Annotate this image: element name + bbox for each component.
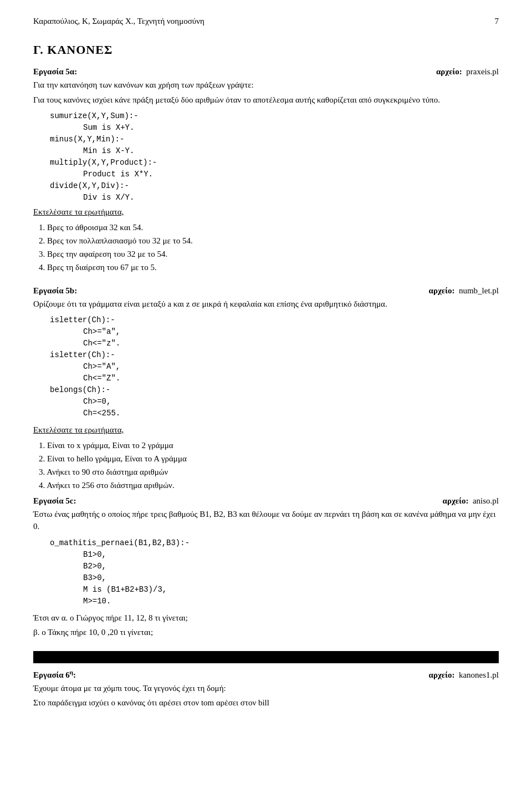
code-line-6: Product is X*Y. [83,169,499,180]
code-5b-line-2: Ch>="a", [83,326,499,338]
ergasia-6-block: Εργασία 6η: αρχείο: kanones1.pl Έχουμε ά… [33,669,499,709]
ergasia-5b-desc: Ορίζουμε ότι τα γράμματα είναι μεταξύ a … [33,298,499,311]
code-5b-line-9: Ch=<255. [83,408,499,419]
ergasia-5c-arxeio-label: αρχείο: [443,496,469,505]
ergasia-5b-block: Εργασία 5b: αρχείο: numb_let.pl Ορίζουμε… [33,286,499,492]
ergasia-6-title-suffix: : [73,670,76,679]
ergasia-5a-code: sumurize(X,Y,Sum):- Sum is X+Y. minus(X,… [50,110,499,204]
code-5c-line-5: M is (B1+B2+B3)/3, [83,584,499,596]
header-page: 7 [495,17,499,26]
code-5b-line-6: Ch<="Z". [83,373,499,384]
ergasia-5c-example-b: β. ο Τάκης πήρε 10, 0 ,20 τι γίνεται; [33,626,499,639]
ergasia-5b-questions: 1. Είναι το x γράμμα, Είναι το 2 γράμμα … [33,439,499,492]
black-bar [33,651,499,663]
ergasia-5a-q2: 2. Βρες τον πολλαπλασιασμό του 32 με το … [39,234,499,247]
ergasia-5b-arxeio-value: numb_let.pl [459,286,499,295]
ergasia-5c-title-row: Εργασία 5c: αρχείο: aniso.pl [33,496,499,506]
ergasia-5a-q3: 3. Βρες την αφαίρεση του 32 με το 54. [39,247,499,261]
code-5c-line-6: M>=10. [83,596,499,607]
ergasia-5c-code: o_mathitis_pernaei(B1,B2,B3):- B1>0, B2>… [50,537,499,607]
ergasia-5b-questions-label: Εκτελέσατε τα ερωτήματα, [33,424,499,436]
ergasia-6-title: Εργασία 6η: [33,669,76,680]
header-title: Καραπούλιος, Κ, Σωμαράς Χ., Τεχνητή νοημ… [33,17,204,26]
ergasia-5b-arxeio: αρχείο: numb_let.pl [429,286,499,296]
page: Καραπούλιος, Κ, Σωμαράς Χ., Τεχνητή νοημ… [0,0,532,803]
ergasia-6-arxeio-label: αρχείο: [429,670,455,679]
code-line-8: Div is X/Y. [83,192,499,204]
code-5b-line-8: Ch>=0, [83,396,499,408]
ergasia-6-arxeio-value: kanones1.pl [459,670,499,679]
ergasia-6-title-text: Εργασία 6 [33,670,70,679]
code-5c-line-2: B1>0, [83,549,499,561]
ergasia-5a-questions: 1. Βρες το άθροισμα 32 και 54. 2. Βρες τ… [33,221,499,274]
code-5c-line-4: B3>0, [83,572,499,584]
code-5b-line-5: Ch>="A", [83,361,499,373]
ergasia-5b-q1: 1. Είναι το x γράμμα, Είναι το 2 γράμμα [39,439,499,452]
ergasia-5a-q1: 1. Βρες το άθροισμα 32 και 54. [39,221,499,234]
ergasia-5a-title: Εργασία 5α: [33,67,77,77]
code-line-7: divide(X,Y,Div):- [50,180,499,192]
ergasia-6-desc2: Στο παράδειγμα ισχύει ο κανόνας ότι αρέσ… [33,697,499,709]
ergasia-6-arxeio: αρχείο: kanones1.pl [429,670,499,680]
ergasia-5b-q2: 2. Είναι το hello γράμμα, Είναι το Α γρά… [39,452,499,465]
ergasia-5b-arxeio-label: αρχείο: [429,286,455,295]
code-line-5: multiply(X,Y,Product):- [50,157,499,169]
code-line-1: sumurize(X,Y,Sum):- [50,110,499,122]
ergasia-6-title-row: Εργασία 6η: αρχείο: kanones1.pl [33,669,499,680]
code-line-4: Min is X-Y. [83,145,499,157]
ergasia-5a-desc: Για τους κανόνες ισχύει κάνε πράξη μεταξ… [33,94,499,106]
ergasia-5a-block: Εργασία 5α: αρχείο: praxeis.pl Για την κ… [33,67,499,274]
ergasia-5b-q3: 3. Ανήκει το 90 στο διάστημα αριθμών [39,465,499,479]
ergasia-5a-questions-label: Εκτελέσατε τα ερωτήματα, [33,206,499,218]
ergasia-5a-arxeio-value: praxeis.pl [466,67,499,76]
code-5b-line-4: isletter(Ch):- [50,349,499,361]
code-5b-line-3: Ch<="z". [83,338,499,349]
ergasia-5c-title: Εργασία 5c: [33,496,76,506]
code-5b-line-1: isletter(Ch):- [50,314,499,326]
ergasia-5c-desc1: Έστω ένας μαθητής ο οποίος πήρε τρεις βα… [33,508,499,533]
ergasia-5c-arxeio: αρχείο: aniso.pl [443,496,499,506]
ergasia-5a-title-row: Εργασία 5α: αρχείο: praxeis.pl [33,67,499,77]
code-5c-line-1: o_mathitis_pernaei(B1,B2,B3):- [50,537,499,549]
ergasia-5a-intro: Για την κατανόηση των κανόνων και χρήση … [33,79,499,92]
code-5b-line-7: belongs(Ch):- [50,384,499,396]
code-5c-line-3: B2>0, [83,561,499,572]
ergasia-5b-q4: 4. Ανήκει το 256 στο διάστημα αριθμών. [39,479,499,492]
code-line-2: Sum is X+Y. [83,122,499,134]
ergasia-5a-q4: 4. Βρες τη διαίρεση του 67 με το 5. [39,261,499,274]
ergasia-5c-arxeio-value: aniso.pl [473,496,499,505]
page-header: Καραπούλιος, Κ, Σωμαράς Χ., Τεχνητή νοημ… [33,17,499,26]
section-heading: Γ. ΚΑΝΟΝΕΣ [33,43,499,57]
code-line-3: minus(X,Y,Min):- [50,134,499,145]
ergasia-5a-arxeio: αρχείο: praxeis.pl [436,67,499,77]
ergasia-6-desc1: Έχουμε άτομα με τα χόμπι τους. Τα γεγονό… [33,682,499,695]
ergasia-5a-arxeio-label: αρχείο: [436,67,462,76]
ergasia-5c-block: Εργασία 5c: αρχείο: aniso.pl Έστω ένας μ… [33,496,499,639]
ergasia-5c-example-a: Έτσι αν α. ο Γιώργος πήρε 11, 12, 8 τι γ… [33,612,499,624]
ergasia-5b-title-row: Εργασία 5b: αρχείο: numb_let.pl [33,286,499,296]
ergasia-5b-code: isletter(Ch):- Ch>="a", Ch<="z". islette… [50,314,499,419]
ergasia-5b-title: Εργασία 5b: [33,286,77,296]
